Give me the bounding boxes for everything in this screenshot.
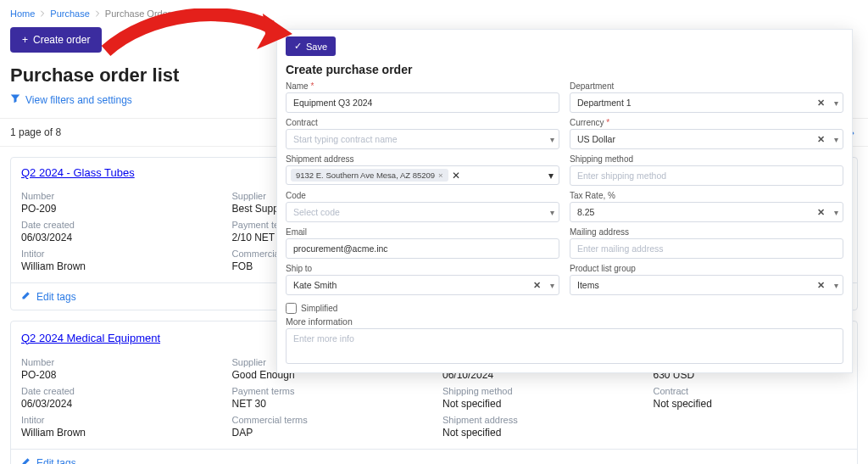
save-button[interactable]: ✓ Save <box>286 36 336 56</box>
filter-icon <box>10 93 20 106</box>
chevron-right-icon <box>95 8 100 19</box>
product-list-group-select[interactable] <box>570 275 843 295</box>
clear-icon[interactable]: ✕ <box>533 280 541 291</box>
contract-label: Contract <box>286 118 559 127</box>
code-label: Code <box>286 191 559 200</box>
tax-select[interactable] <box>570 202 843 222</box>
shipping-method-label: Shipping method <box>570 154 843 164</box>
check-icon: ✓ <box>294 41 302 52</box>
chip-remove-icon[interactable]: × <box>438 171 443 180</box>
create-po-modal: ✓ Save Create purchase order Name Depart… <box>276 29 853 373</box>
name-input[interactable] <box>286 92 559 113</box>
code-select[interactable] <box>286 202 559 222</box>
mailing-address-label: Mailing address <box>570 227 843 237</box>
pager-text: 1 page of 8 <box>10 126 61 138</box>
clear-icon[interactable]: ✕ <box>452 170 460 182</box>
clear-icon[interactable]: ✕ <box>817 134 825 145</box>
email-label: Email <box>286 227 559 237</box>
clear-icon[interactable]: ✕ <box>817 98 825 109</box>
simplified-checkbox[interactable] <box>286 303 297 314</box>
breadcrumb: Home Purchase Purchase Orders <box>0 0 868 27</box>
pencil-icon <box>21 456 31 464</box>
plus-icon: + <box>22 34 28 46</box>
name-label: Name <box>286 81 559 91</box>
shipping-method-input[interactable] <box>570 165 843 186</box>
pencil-icon <box>21 290 31 303</box>
shipment-address-label: Shipment address <box>286 154 559 164</box>
tax-label: Tax Rate, % <box>570 191 843 200</box>
chevron-right-icon <box>40 8 45 19</box>
currency-label: Currency <box>570 118 843 127</box>
order-title-link[interactable]: Q2 2024 - Glass Tubes <box>21 166 135 179</box>
shipto-label: Ship to <box>286 264 559 273</box>
chevron-down-icon[interactable]: ▾ <box>548 170 554 182</box>
breadcrumb-current: Purchase Orders <box>105 8 175 19</box>
shipment-address-input[interactable]: 9132 E. Southern Ave Mesa, AZ 85209× ✕ ▾ <box>286 165 559 185</box>
address-chip[interactable]: 9132 E. Southern Ave Mesa, AZ 85209× <box>291 169 448 182</box>
department-label: Department <box>570 81 843 91</box>
email-input[interactable] <box>286 238 559 259</box>
breadcrumb-purchase[interactable]: Purchase <box>50 8 89 19</box>
view-filters-link[interactable]: View filters and settings <box>0 93 142 118</box>
department-select[interactable] <box>570 92 843 113</box>
create-order-button[interactable]: + Create order <box>10 27 102 53</box>
edit-tags-link[interactable]: Edit tags <box>11 449 857 464</box>
clear-icon[interactable]: ✕ <box>817 280 825 291</box>
product-list-group-label: Product list group <box>570 264 843 273</box>
simplified-label: Simplified <box>301 304 337 313</box>
currency-select[interactable] <box>570 129 843 149</box>
contract-select[interactable] <box>286 129 559 149</box>
breadcrumb-home[interactable]: Home <box>10 8 35 19</box>
more-info-textarea[interactable] <box>286 328 843 364</box>
more-info-label: More information <box>286 316 843 327</box>
mailing-address-input[interactable] <box>570 238 843 259</box>
clear-icon[interactable]: ✕ <box>817 207 825 218</box>
shipto-select[interactable] <box>286 275 559 295</box>
modal-title: Create purchase order <box>286 63 843 76</box>
order-title-link[interactable]: Q2 2024 Medical Equipment <box>21 332 160 344</box>
